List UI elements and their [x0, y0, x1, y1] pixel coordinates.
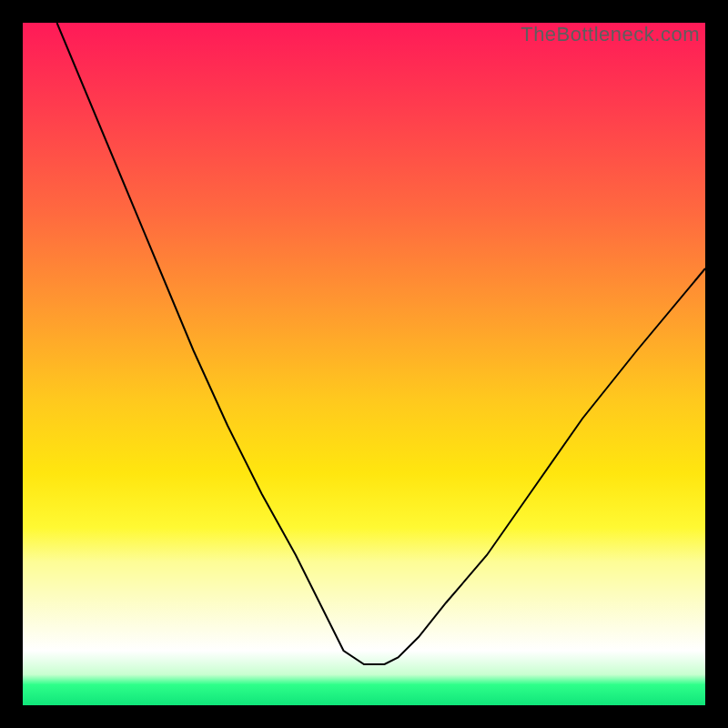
- curve-marker: [323, 628, 329, 639]
- chart-plot-area: TheBottleneck.com: [23, 23, 705, 705]
- curve-marker: [329, 640, 339, 648]
- bottleneck-curve: [57, 23, 706, 664]
- curve-marker: [344, 659, 356, 663]
- chart-overlay-svg: [23, 23, 705, 705]
- chart-frame: TheBottleneck.com: [0, 0, 728, 728]
